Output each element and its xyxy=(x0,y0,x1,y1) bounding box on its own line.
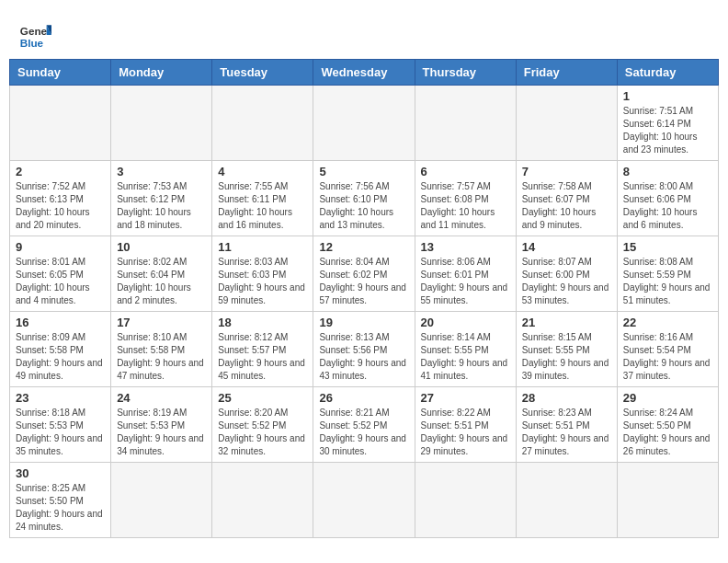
calendar-cell: 12Sunrise: 8:04 AM Sunset: 6:02 PM Dayli… xyxy=(313,236,415,312)
day-number: 30 xyxy=(16,466,105,480)
calendar-cell xyxy=(313,463,415,538)
day-info: Sunrise: 8:15 AM Sunset: 5:55 PM Dayligh… xyxy=(522,331,611,383)
calendar-cell: 6Sunrise: 7:57 AM Sunset: 6:08 PM Daylig… xyxy=(415,161,516,236)
day-number: 20 xyxy=(421,316,510,329)
day-info: Sunrise: 8:00 AM Sunset: 6:06 PM Dayligh… xyxy=(623,180,712,232)
day-info: Sunrise: 7:51 AM Sunset: 6:14 PM Dayligh… xyxy=(623,105,712,156)
calendar-cell: 20Sunrise: 8:14 AM Sunset: 5:55 PM Dayli… xyxy=(415,312,516,387)
weekday-header-monday: Monday xyxy=(111,60,212,86)
weekday-header-saturday: Saturday xyxy=(617,60,718,86)
day-info: Sunrise: 7:55 AM Sunset: 6:11 PM Dayligh… xyxy=(218,180,307,232)
week-row-3: 9Sunrise: 8:01 AM Sunset: 6:05 PM Daylig… xyxy=(10,236,719,312)
day-number: 19 xyxy=(319,316,408,329)
calendar-cell: 29Sunrise: 8:24 AM Sunset: 5:50 PM Dayli… xyxy=(617,387,718,463)
day-info: Sunrise: 8:16 AM Sunset: 5:54 PM Dayligh… xyxy=(623,331,712,383)
day-info: Sunrise: 8:08 AM Sunset: 5:59 PM Dayligh… xyxy=(623,256,712,307)
day-number: 22 xyxy=(623,316,712,329)
week-row-2: 2Sunrise: 7:52 AM Sunset: 6:13 PM Daylig… xyxy=(10,161,719,236)
calendar-table: SundayMondayTuesdayWednesdayThursdayFrid… xyxy=(9,59,719,538)
svg-text:Blue: Blue xyxy=(20,37,44,49)
day-number: 6 xyxy=(421,165,510,178)
header: General Blue xyxy=(9,9,719,59)
day-number: 15 xyxy=(623,240,712,254)
calendar-cell: 9Sunrise: 8:01 AM Sunset: 6:05 PM Daylig… xyxy=(10,236,111,312)
week-row-1: 1Sunrise: 7:51 AM Sunset: 6:14 PM Daylig… xyxy=(10,86,719,161)
day-info: Sunrise: 8:18 AM Sunset: 5:53 PM Dayligh… xyxy=(16,407,105,458)
calendar-cell xyxy=(516,463,617,538)
calendar-cell: 11Sunrise: 8:03 AM Sunset: 6:03 PM Dayli… xyxy=(212,236,313,312)
calendar-cell: 17Sunrise: 8:10 AM Sunset: 5:58 PM Dayli… xyxy=(111,312,212,387)
calendar-cell: 30Sunrise: 8:25 AM Sunset: 5:50 PM Dayli… xyxy=(10,463,111,538)
day-number: 11 xyxy=(218,240,307,254)
calendar-cell: 8Sunrise: 8:00 AM Sunset: 6:06 PM Daylig… xyxy=(617,161,718,236)
day-info: Sunrise: 8:14 AM Sunset: 5:55 PM Dayligh… xyxy=(421,331,510,383)
day-number: 7 xyxy=(522,165,611,178)
day-number: 25 xyxy=(218,391,307,405)
day-info: Sunrise: 8:01 AM Sunset: 6:05 PM Dayligh… xyxy=(16,256,105,307)
calendar-cell xyxy=(111,463,212,538)
day-number: 3 xyxy=(117,165,206,178)
calendar-cell: 23Sunrise: 8:18 AM Sunset: 5:53 PM Dayli… xyxy=(10,387,111,463)
calendar-cell: 24Sunrise: 8:19 AM Sunset: 5:53 PM Dayli… xyxy=(111,387,212,463)
calendar-cell: 7Sunrise: 7:58 AM Sunset: 6:07 PM Daylig… xyxy=(516,161,617,236)
calendar-cell: 21Sunrise: 8:15 AM Sunset: 5:55 PM Dayli… xyxy=(516,312,617,387)
day-info: Sunrise: 7:53 AM Sunset: 6:12 PM Dayligh… xyxy=(117,180,206,232)
calendar-cell: 25Sunrise: 8:20 AM Sunset: 5:52 PM Dayli… xyxy=(212,387,313,463)
calendar-cell xyxy=(516,86,617,161)
day-info: Sunrise: 8:10 AM Sunset: 5:58 PM Dayligh… xyxy=(117,331,206,383)
calendar-cell: 1Sunrise: 7:51 AM Sunset: 6:14 PM Daylig… xyxy=(617,86,718,161)
day-number: 23 xyxy=(16,391,105,405)
day-info: Sunrise: 8:23 AM Sunset: 5:51 PM Dayligh… xyxy=(522,407,611,458)
week-row-6: 30Sunrise: 8:25 AM Sunset: 5:50 PM Dayli… xyxy=(10,463,719,538)
day-info: Sunrise: 7:56 AM Sunset: 6:10 PM Dayligh… xyxy=(319,180,408,232)
day-number: 21 xyxy=(522,316,611,329)
day-info: Sunrise: 8:13 AM Sunset: 5:56 PM Dayligh… xyxy=(319,331,408,383)
day-number: 12 xyxy=(319,240,408,254)
calendar-cell: 5Sunrise: 7:56 AM Sunset: 6:10 PM Daylig… xyxy=(313,161,415,236)
day-info: Sunrise: 7:52 AM Sunset: 6:13 PM Dayligh… xyxy=(16,180,105,232)
calendar-cell: 26Sunrise: 8:21 AM Sunset: 5:52 PM Dayli… xyxy=(313,387,415,463)
day-number: 9 xyxy=(16,240,105,254)
day-number: 27 xyxy=(421,391,510,405)
day-info: Sunrise: 8:07 AM Sunset: 6:00 PM Dayligh… xyxy=(522,256,611,307)
day-number: 13 xyxy=(421,240,510,254)
day-info: Sunrise: 8:22 AM Sunset: 5:51 PM Dayligh… xyxy=(421,407,510,458)
calendar-cell: 18Sunrise: 8:12 AM Sunset: 5:57 PM Dayli… xyxy=(212,312,313,387)
day-number: 2 xyxy=(16,165,105,178)
calendar-cell xyxy=(212,86,313,161)
day-info: Sunrise: 8:09 AM Sunset: 5:58 PM Dayligh… xyxy=(16,331,105,383)
day-number: 16 xyxy=(16,316,105,329)
calendar-cell: 3Sunrise: 7:53 AM Sunset: 6:12 PM Daylig… xyxy=(111,161,212,236)
calendar-cell xyxy=(111,86,212,161)
day-number: 18 xyxy=(218,316,307,329)
week-row-5: 23Sunrise: 8:18 AM Sunset: 5:53 PM Dayli… xyxy=(10,387,719,463)
day-info: Sunrise: 8:19 AM Sunset: 5:53 PM Dayligh… xyxy=(117,407,206,458)
calendar-cell: 15Sunrise: 8:08 AM Sunset: 5:59 PM Dayli… xyxy=(617,236,718,312)
day-info: Sunrise: 7:58 AM Sunset: 6:07 PM Dayligh… xyxy=(522,180,611,232)
weekday-header-sunday: Sunday xyxy=(10,60,111,86)
calendar-cell: 10Sunrise: 8:02 AM Sunset: 6:04 PM Dayli… xyxy=(111,236,212,312)
calendar-cell: 28Sunrise: 8:23 AM Sunset: 5:51 PM Dayli… xyxy=(516,387,617,463)
logo: General Blue xyxy=(18,18,51,52)
week-row-4: 16Sunrise: 8:09 AM Sunset: 5:58 PM Dayli… xyxy=(10,312,719,387)
day-number: 5 xyxy=(319,165,408,178)
calendar-cell xyxy=(313,86,415,161)
day-number: 26 xyxy=(319,391,408,405)
calendar-cell xyxy=(415,86,516,161)
weekday-header-thursday: Thursday xyxy=(415,60,516,86)
day-info: Sunrise: 8:02 AM Sunset: 6:04 PM Dayligh… xyxy=(117,256,206,307)
day-number: 29 xyxy=(623,391,712,405)
day-info: Sunrise: 8:21 AM Sunset: 5:52 PM Dayligh… xyxy=(319,407,408,458)
calendar-cell xyxy=(212,463,313,538)
calendar-cell: 27Sunrise: 8:22 AM Sunset: 5:51 PM Dayli… xyxy=(415,387,516,463)
day-info: Sunrise: 8:24 AM Sunset: 5:50 PM Dayligh… xyxy=(623,407,712,458)
calendar-cell: 2Sunrise: 7:52 AM Sunset: 6:13 PM Daylig… xyxy=(10,161,111,236)
day-info: Sunrise: 8:04 AM Sunset: 6:02 PM Dayligh… xyxy=(319,256,408,307)
day-info: Sunrise: 8:25 AM Sunset: 5:50 PM Dayligh… xyxy=(16,482,105,534)
day-number: 10 xyxy=(117,240,206,254)
day-info: Sunrise: 8:06 AM Sunset: 6:01 PM Dayligh… xyxy=(421,256,510,307)
calendar-cell xyxy=(617,463,718,538)
day-number: 28 xyxy=(522,391,611,405)
day-info: Sunrise: 8:03 AM Sunset: 6:03 PM Dayligh… xyxy=(218,256,307,307)
day-number: 24 xyxy=(117,391,206,405)
